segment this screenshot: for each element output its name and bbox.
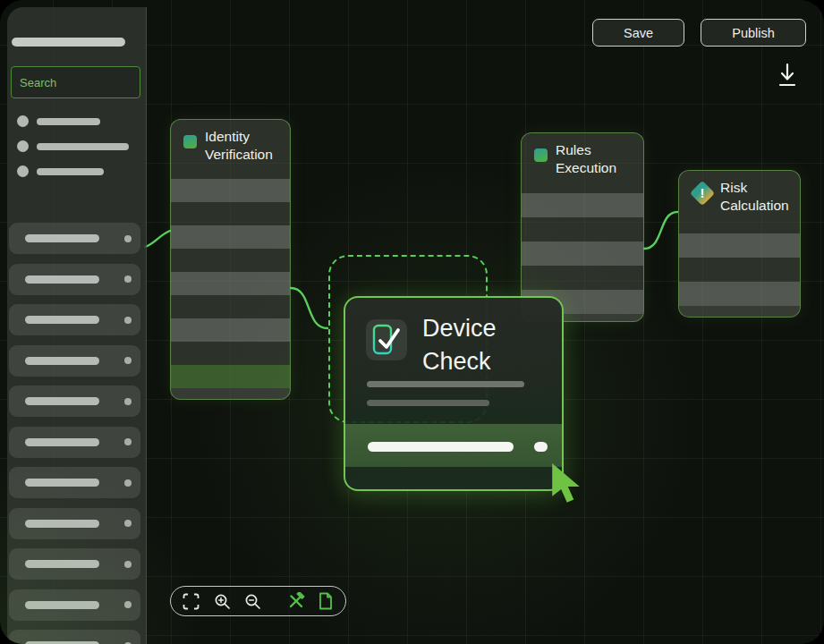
skeleton-row (522, 193, 643, 217)
item-dot (124, 235, 132, 242)
item-skeleton-line (25, 479, 99, 487)
bullet-skeleton-line (37, 168, 104, 175)
node-header: Identity Verification (171, 120, 290, 179)
skeleton-row (679, 282, 800, 306)
sidebar-list-item[interactable] (9, 264, 140, 295)
node-title: Device Check (422, 312, 548, 378)
node-header: ! Risk Calculation (679, 171, 800, 233)
sidebar (7, 7, 147, 644)
sidebar-list-item[interactable] (9, 427, 140, 458)
mouse-cursor (552, 463, 589, 508)
item-dot (124, 275, 132, 283)
skeleton-row (171, 318, 290, 342)
rules-execution-icon (534, 148, 548, 162)
sidebar-title-skeleton (12, 38, 125, 47)
node-identity-verification[interactable]: Identity Verification (170, 119, 291, 400)
item-dot (124, 317, 132, 324)
item-skeleton-line (25, 397, 99, 405)
sidebar-list-item[interactable] (9, 548, 140, 580)
search-input[interactable] (12, 67, 148, 97)
item-skeleton-line (25, 601, 99, 609)
bullet-skeleton-line (37, 143, 129, 150)
sidebar-list-item[interactable] (9, 589, 140, 621)
sidebar-list-item[interactable] (9, 345, 140, 377)
skeleton-row (171, 272, 290, 295)
item-skeleton-line (25, 234, 99, 242)
document-icon[interactable] (318, 592, 334, 610)
skeleton-row (171, 365, 290, 388)
sidebar-bullet-list (17, 115, 129, 177)
item-skeleton-line (25, 316, 99, 324)
sidebar-list-item[interactable] (9, 223, 140, 254)
skeleton-row (679, 233, 800, 258)
sidebar-list-item[interactable] (9, 304, 140, 335)
skeleton-row (171, 179, 290, 202)
bullet-item[interactable] (17, 115, 129, 127)
item-dot (124, 357, 132, 364)
phone-check-icon (366, 319, 407, 360)
tools-icon[interactable] (287, 592, 305, 610)
sidebar-list-item[interactable] (9, 508, 140, 539)
item-dot (124, 561, 132, 568)
node-header: Rules Execution (522, 133, 643, 193)
skeleton-row (679, 258, 800, 282)
node-risk-calculation[interactable]: ! Risk Calculation (678, 170, 801, 318)
fit-view-icon[interactable] (183, 593, 200, 610)
search-box[interactable] (11, 66, 140, 98)
bullet-item[interactable] (17, 140, 129, 152)
sidebar-list-item[interactable] (9, 467, 140, 498)
download-icon[interactable] (775, 61, 800, 93)
node-skeleton-rows (171, 179, 290, 399)
bullet-dot (17, 115, 29, 127)
item-skeleton-line (25, 275, 99, 284)
item-dot (124, 520, 132, 527)
item-dot (124, 438, 132, 445)
node-title: Identity Verification (205, 128, 287, 164)
publish-button[interactable]: Publish (701, 19, 806, 47)
canvas-toolbar (170, 586, 346, 616)
skeleton-pill (368, 442, 514, 452)
bullet-item[interactable] (17, 165, 129, 177)
node-rules-execution[interactable]: Rules Execution (521, 132, 644, 322)
zoom-in-icon[interactable] (214, 593, 231, 610)
save-button[interactable]: Save (592, 19, 684, 47)
risk-exclamation: ! (693, 183, 711, 203)
node-skeleton-rows (679, 233, 800, 317)
node-title: Rules Execution (556, 141, 638, 177)
item-skeleton-line (25, 438, 99, 446)
item-skeleton-line (25, 357, 99, 365)
skeleton-row (522, 266, 643, 290)
item-skeleton-line (25, 560, 99, 568)
skeleton-row (171, 225, 290, 249)
skeleton-dash (534, 442, 548, 452)
item-dot (124, 479, 132, 487)
skeleton-row (171, 295, 290, 318)
sidebar-list-item[interactable] (9, 386, 140, 417)
node-title: Risk Calculation (720, 179, 801, 215)
device-icon-tile (366, 319, 407, 360)
skeleton-line (367, 381, 524, 387)
device-card-footer (345, 467, 564, 491)
skeleton-row (171, 342, 290, 365)
item-skeleton-line (25, 520, 99, 528)
bullet-skeleton-line (37, 118, 100, 125)
item-dot (124, 601, 132, 608)
skeleton-row (522, 242, 643, 266)
skeleton-row (522, 217, 643, 242)
node-device-check[interactable]: Device Check (344, 296, 564, 491)
bullet-dot (17, 140, 29, 152)
sidebar-item-list (9, 223, 140, 644)
item-dot (124, 398, 132, 405)
skeleton-row (171, 249, 290, 272)
skeleton-line (367, 400, 489, 406)
bullet-dot (17, 165, 29, 177)
workflow-editor-window: Identity Verification Rules Execution ! … (0, 0, 824, 644)
zoom-out-icon[interactable] (244, 593, 261, 610)
skeleton-row (171, 202, 290, 225)
identity-verification-icon (183, 135, 197, 148)
sidebar-list-item[interactable] (9, 630, 140, 644)
